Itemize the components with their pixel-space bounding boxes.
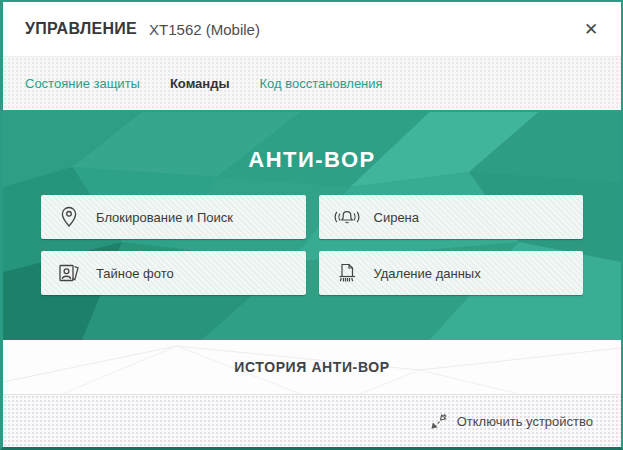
dialog-header: УПРАВЛЕНИЕ XT1562 (Mobile) ✕ [3,2,621,57]
command-label: Сирена [374,210,420,225]
data-wipe-shredder-icon [333,260,361,286]
tab-bar: Состояние защиты Команды Код восстановле… [3,57,621,112]
tab-protection-status[interactable]: Состояние защиты [25,76,140,91]
antitheft-title: АНТИ-ВОР [3,145,621,175]
history-title: ИСТОРИЯ АНТИ-ВОР [234,359,389,375]
secret-photo-button[interactable]: Тайное фото [41,251,306,295]
close-icon[interactable]: ✕ [577,15,605,43]
command-label: Удаление данных [374,266,481,281]
tab-commands[interactable]: Команды [170,76,230,91]
dialog-footer: Отключить устройство [3,394,621,447]
disconnect-device-button[interactable]: Отключить устройство [429,411,593,431]
command-label: Тайное фото [96,266,174,281]
command-grid: Блокирование и Поиск Сирена [41,195,583,295]
tab-recovery-code[interactable]: Код восстановления [260,76,383,91]
antitheft-history-section[interactable]: ИСТОРИЯ АНТИ-ВОР [3,340,621,394]
data-wipe-button[interactable]: Удаление данных [319,251,584,295]
disconnect-device-icon [429,411,449,431]
device-name: XT1562 (Mobile) [149,21,260,38]
command-label: Блокирование и Поиск [96,210,233,225]
siren-bell-icon [333,204,361,230]
lock-and-locate-button[interactable]: Блокирование и Поиск [41,195,306,239]
location-pin-icon [55,204,83,230]
secret-photo-icon [55,260,83,286]
antitheft-panel: АНТИ-ВОР Блокирование и Поиск [3,112,621,340]
disconnect-device-label: Отключить устройство [457,414,593,429]
dialog-title: УПРАВЛЕНИЕ [25,20,137,38]
siren-button[interactable]: Сирена [319,195,584,239]
device-management-dialog: УПРАВЛЕНИЕ XT1562 (Mobile) ✕ Состояние з… [0,0,623,450]
